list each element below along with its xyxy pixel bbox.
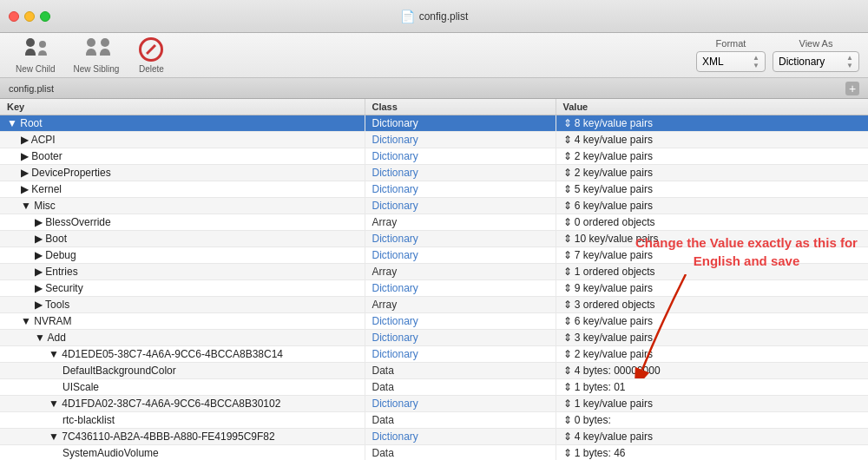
table-row[interactable]: ▼ AddDictionary⇕ 3 key/value pairs — [0, 330, 868, 346]
table-row[interactable]: ▼ RootDictionary⇕ 8 key/value pairs — [0, 115, 868, 132]
file-icon: 📄 — [400, 10, 415, 23]
close-button[interactable] — [9, 11, 19, 22]
table-row[interactable]: ▼ 7C436110-AB2A-4BBB-A880-FE41995C9F82Di… — [0, 429, 868, 445]
delete-label: Delete — [139, 64, 164, 74]
new-sibling-label: New Sibling — [74, 64, 120, 74]
cell-key: ▶ Tools — [0, 297, 365, 313]
cell-value: ⇕ 2 key/value pairs — [556, 165, 868, 181]
cell-key: SystemAudioVolume — [0, 445, 365, 461]
header-key: Key — [0, 99, 365, 115]
view-as-select[interactable]: Dictionary ▲▼ — [773, 51, 859, 72]
cell-class: Dictionary — [365, 181, 556, 198]
cell-value: ⇕ 2 key/value pairs — [556, 148, 868, 165]
new-sibling-icon-container — [82, 37, 110, 62]
table-row[interactable]: ▶ ToolsArray⇕ 3 ordered objects — [0, 297, 868, 313]
cell-value: ⇕ 4 bytes: 00000000 — [556, 363, 868, 379]
table-row[interactable]: rtc-blacklistData⇕ 0 bytes: — [0, 412, 868, 429]
cell-key: ▼ NVRAM — [0, 313, 365, 330]
cell-value: ⇕ 7 key/value pairs — [556, 247, 868, 264]
table-row[interactable]: ▶ BooterDictionary⇕ 2 key/value pairs — [0, 148, 868, 165]
cell-key: ▶ BlessOverride — [0, 214, 365, 231]
view-as-group: View As Dictionary ▲▼ — [773, 38, 859, 72]
cell-class: Dictionary — [365, 165, 556, 181]
svg-point-3 — [101, 38, 109, 47]
cell-key: ▶ Debug — [0, 247, 365, 264]
cell-key: ▶ Boot — [0, 231, 365, 247]
table-header: Key Class Value — [0, 99, 868, 115]
delete-icon — [139, 37, 163, 62]
cell-class: Dictionary — [365, 247, 556, 264]
cell-value: ⇕ 10 key/value pairs — [556, 231, 868, 247]
tabbar: config.plist + — [0, 78, 868, 99]
cell-key: ▼ 7C436110-AB2A-4BBB-A880-FE41995C9F82 — [0, 429, 365, 445]
plist-table: Key Class Value ▼ RootDictionary⇕ 8 key/… — [0, 99, 868, 460]
cell-key: ▼ Misc — [0, 198, 365, 214]
table-row[interactable]: ▶ ACPIDictionary⇕ 4 key/value pairs — [0, 132, 868, 148]
table-row[interactable]: SystemAudioVolumeData⇕ 1 bytes: 46 — [0, 445, 868, 461]
cell-key: rtc-blacklist — [0, 412, 365, 429]
new-child-label: New Child — [16, 64, 56, 74]
cell-value: ⇕ 3 key/value pairs — [556, 330, 868, 346]
table-row[interactable]: ▶ BlessOverrideArray⇕ 0 ordered objects — [0, 214, 868, 231]
table-row[interactable]: ▶ KernelDictionary⇕ 5 key/value pairs — [0, 181, 868, 198]
svg-point-0 — [26, 38, 35, 47]
table-row[interactable]: ▶ SecurityDictionary⇕ 9 key/value pairs — [0, 280, 868, 297]
cell-key: DefaultBackgroundColor — [0, 363, 365, 379]
table-row[interactable]: ▶ BootDictionary⇕ 10 key/value pairs — [0, 231, 868, 247]
cell-value: ⇕ 8 key/value pairs — [556, 115, 868, 132]
cell-class: Data — [365, 379, 556, 396]
svg-point-2 — [87, 38, 95, 47]
cell-key: ▶ Entries — [0, 264, 365, 280]
cell-value: ⇕ 0 ordered objects — [556, 214, 868, 231]
cell-value: ⇕ 4 key/value pairs — [556, 132, 868, 148]
table-row[interactable]: ▶ EntriesArray⇕ 1 ordered objects — [0, 264, 868, 280]
maximize-button[interactable] — [40, 11, 50, 22]
cell-value: ⇕ 0 bytes: — [556, 412, 868, 429]
table-container[interactable]: Key Class Value ▼ RootDictionary⇕ 8 key/… — [0, 99, 868, 460]
cell-value: ⇕ 2 key/value pairs — [556, 346, 868, 363]
new-child-button[interactable]: New Child — [9, 34, 62, 77]
cell-key: ▶ ACPI — [0, 132, 365, 148]
cell-value: ⇕ 5 key/value pairs — [556, 181, 868, 198]
delete-button[interactable]: Delete — [130, 34, 172, 77]
table-row[interactable]: UIScaleData⇕ 1 bytes: 01 — [0, 379, 868, 396]
new-child-icon — [22, 36, 49, 62]
table-row[interactable]: ▶ DebugDictionary⇕ 7 key/value pairs — [0, 247, 868, 264]
window-title: config.plist — [419, 10, 469, 23]
cell-key: ▶ Booter — [0, 148, 365, 165]
header-class: Class — [365, 99, 556, 115]
cell-value: ⇕ 1 key/value pairs — [556, 396, 868, 412]
cell-class: Dictionary — [365, 132, 556, 148]
table-body: ▼ RootDictionary⇕ 8 key/value pairs▶ ACP… — [0, 115, 868, 461]
cell-class: Dictionary — [365, 115, 556, 132]
window-title-area: 📄 config.plist — [400, 10, 469, 23]
add-tab-button[interactable]: + — [845, 82, 859, 95]
delete-icon-container — [137, 37, 165, 62]
cell-key: ▼ Root — [0, 115, 365, 132]
table-row[interactable]: ▼ NVRAMDictionary⇕ 6 key/value pairs — [0, 313, 868, 330]
format-group: Format XML ▲▼ — [696, 38, 766, 72]
cell-value: ⇕ 1 bytes: 46 — [556, 445, 868, 461]
minimize-button[interactable] — [24, 11, 35, 22]
table-row[interactable]: ▼ 4D1EDE05-38C7-4A6A-9CC6-4BCCA8B38C14Di… — [0, 346, 868, 363]
cell-value: ⇕ 9 key/value pairs — [556, 280, 868, 297]
cell-key: ▼ 4D1FDA02-38C7-4A6A-9CC6-4BCCA8B30102 — [0, 396, 365, 412]
cell-class: Dictionary — [365, 231, 556, 247]
table-row[interactable]: ▼ 4D1FDA02-38C7-4A6A-9CC6-4BCCA8B30102Di… — [0, 396, 868, 412]
table-row[interactable]: ▼ MiscDictionary⇕ 6 key/value pairs — [0, 198, 868, 214]
cell-class: Data — [365, 445, 556, 461]
tab-title: config.plist — [9, 83, 54, 94]
format-select[interactable]: XML ▲▼ — [696, 51, 766, 72]
cell-key: ▶ DeviceProperties — [0, 165, 365, 181]
cell-value: ⇕ 6 key/value pairs — [556, 198, 868, 214]
format-value: XML — [702, 56, 724, 68]
cell-key: ▼ Add — [0, 330, 365, 346]
cell-class: Data — [365, 363, 556, 379]
cell-class: Dictionary — [365, 198, 556, 214]
cell-value: ⇕ 1 ordered objects — [556, 264, 868, 280]
table-row[interactable]: DefaultBackgroundColorData⇕ 4 bytes: 000… — [0, 363, 868, 379]
cell-value: ⇕ 4 key/value pairs — [556, 429, 868, 445]
cell-value: ⇕ 3 ordered objects — [556, 297, 868, 313]
table-row[interactable]: ▶ DevicePropertiesDictionary⇕ 2 key/valu… — [0, 165, 868, 181]
new-sibling-button[interactable]: New Sibling — [67, 34, 127, 77]
